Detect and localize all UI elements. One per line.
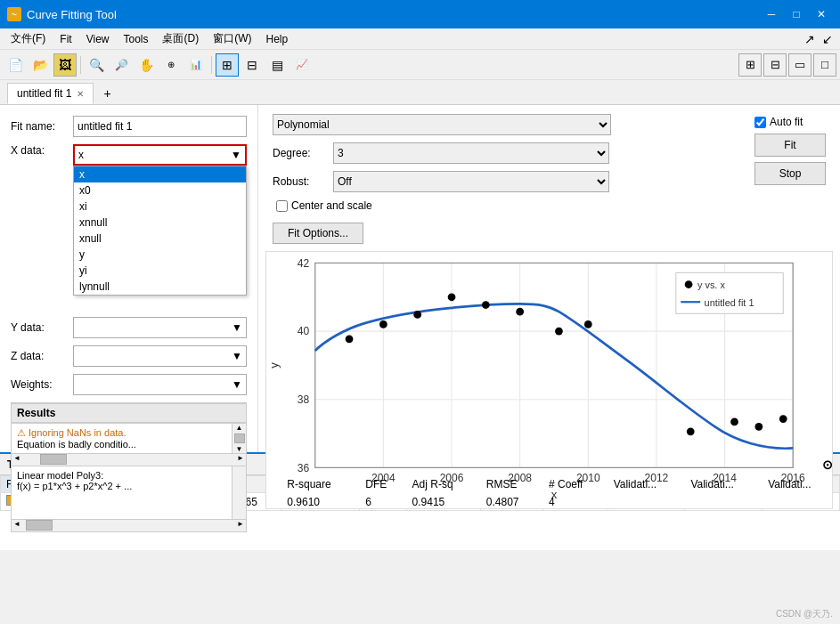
- robust-select[interactable]: Off: [333, 171, 609, 192]
- weights-select[interactable]: ▼: [73, 374, 247, 395]
- results-warning-text: ⚠ Ignoring NaNs in data. Equation is bad…: [11, 423, 232, 454]
- open-button[interactable]: 📂: [29, 53, 52, 77]
- fit-buttons-area: Auto fit Fit Stop: [754, 114, 826, 185]
- x-data-selected[interactable]: x ▼: [73, 144, 247, 166]
- layout-button1[interactable]: ⊞: [738, 53, 762, 77]
- dropdown-item-xi[interactable]: xi: [74, 199, 246, 215]
- horiz-left-arrow[interactable]: ◄: [12, 454, 22, 466]
- fit-button[interactable]: Fit: [754, 134, 826, 157]
- layout-button3[interactable]: ▭: [788, 53, 811, 77]
- center-scale-checkbox[interactable]: [276, 200, 288, 212]
- menu-fit[interactable]: Fit: [53, 31, 78, 47]
- undock-arrow[interactable]: ↙: [819, 32, 836, 46]
- legend-label-1: y vs. x: [697, 280, 726, 290]
- fit-options-button[interactable]: Fit Options...: [273, 223, 363, 244]
- model-line2: f(x) = p1*x^3 + p2*x^2 + ...: [17, 481, 226, 491]
- data-point-2016: [755, 423, 763, 431]
- data-point-2008: [516, 308, 524, 316]
- dock-arrow[interactable]: ↗: [801, 32, 819, 46]
- results-warning-line1: ⚠ Ignoring NaNs in data.: [17, 427, 226, 439]
- z-data-label: Z data:: [11, 350, 73, 362]
- dropdown-item-x[interactable]: x: [74, 166, 246, 182]
- model-horiz-right[interactable]: ►: [235, 520, 246, 531]
- data-point-2009: [555, 328, 563, 336]
- stop-button[interactable]: Stop: [754, 162, 826, 185]
- degree-select[interactable]: 3: [333, 142, 609, 164]
- zoomout-button[interactable]: 🔎: [110, 53, 133, 77]
- model-type-row: Polynomial: [273, 114, 740, 135]
- menu-help[interactable]: Help: [258, 31, 295, 47]
- data-point-2017: [779, 415, 787, 423]
- layout-button2[interactable]: ⊟: [763, 53, 787, 77]
- image-button[interactable]: 🖼: [53, 53, 77, 77]
- layout-button4[interactable]: □: [813, 53, 836, 77]
- horiz-right-arrow[interactable]: ►: [235, 454, 246, 466]
- model-type-select[interactable]: Polynomial: [273, 114, 611, 135]
- minimize-button[interactable]: ─: [760, 5, 783, 23]
- grid1-button[interactable]: ⊞: [216, 53, 239, 77]
- new-button[interactable]: 📄: [4, 53, 27, 77]
- dropdown-item-lynnull[interactable]: lynnull: [74, 279, 246, 295]
- results-warning-line2: Equation is badly conditio...: [17, 439, 226, 450]
- auto-fit-checkbox[interactable]: [754, 117, 766, 128]
- scroll-down-arrow[interactable]: ▼: [236, 445, 243, 453]
- horiz-thumb: [40, 454, 67, 465]
- menu-window[interactable]: 窗口(W): [206, 29, 258, 48]
- data-point-2004: [379, 320, 387, 328]
- degree-label: Degree:: [273, 147, 326, 159]
- pan-button[interactable]: ✋: [135, 53, 158, 77]
- plottools-button[interactable]: ▤: [265, 53, 289, 77]
- close-button[interactable]: ✕: [810, 5, 833, 23]
- results-title: Results: [17, 407, 55, 419]
- model-horiz-left[interactable]: ◄: [12, 520, 22, 531]
- insertdata-button[interactable]: 📊: [184, 53, 208, 77]
- model-horiz-track: [22, 520, 235, 531]
- fit-settings-area: Polynomial Degree: 3 Robust: Off: [258, 105, 840, 215]
- y-axis-label: y: [267, 362, 281, 369]
- dropdown-item-xnnull[interactable]: xnnull: [74, 215, 246, 231]
- table-expand-button[interactable]: ⊙: [822, 458, 833, 472]
- weights-row: Weights: ▼: [11, 374, 247, 395]
- x-data-list[interactable]: x x0 xi xnnull xnull y yi lynnull: [73, 166, 247, 296]
- toolbar: 📄 📂 🖼 🔍 🔎 ✋ ⊕ 📊 ⊞ ⊟ ▤ 📈 ⊞ ⊟ ▭ □: [0, 50, 840, 80]
- tabbar: untitled fit 1 ✕ +: [0, 80, 840, 105]
- fit-name-input[interactable]: [73, 116, 247, 137]
- data-point-2010: [584, 320, 592, 328]
- add-tab-button[interactable]: +: [95, 83, 118, 104]
- datacursor-button[interactable]: ⊕: [159, 53, 183, 77]
- dropdown-item-y[interactable]: y: [74, 247, 246, 263]
- zoomin-button[interactable]: 🔍: [85, 53, 108, 77]
- robust-row: Robust: Off: [273, 171, 740, 192]
- y-data-row: Y data: ▼: [11, 317, 247, 338]
- menu-view[interactable]: View: [79, 31, 117, 47]
- menu-file[interactable]: 文件(F): [4, 29, 53, 48]
- scroll-up-arrow[interactable]: ▲: [236, 424, 243, 432]
- data-point-2013: [687, 427, 695, 435]
- model-horiz-scroll: ◄ ►: [11, 520, 247, 532]
- tab-untitled-fit-1[interactable]: untitled fit 1 ✕: [7, 83, 94, 104]
- grid2-button[interactable]: ⊟: [241, 53, 264, 77]
- maximize-button[interactable]: □: [785, 5, 808, 23]
- right-panel: Polynomial Degree: 3 Robust: Off: [258, 105, 840, 452]
- horiz-track: [22, 454, 235, 466]
- menu-tools[interactable]: Tools: [116, 31, 155, 47]
- center-scale-label: Center and scale: [291, 199, 372, 212]
- sep1: [80, 56, 81, 74]
- results-warning-area: ⚠ Ignoring NaNs in data. Equation is bad…: [11, 423, 247, 454]
- weights-label: Weights:: [11, 378, 73, 391]
- dropdown-item-xnull[interactable]: xnull: [74, 231, 246, 247]
- dropdown-item-yi[interactable]: yi: [74, 263, 246, 279]
- menu-desktop[interactable]: 桌面(D): [155, 29, 206, 48]
- x-data-dropdown[interactable]: x ▼ x x0 xi xnnull xnull y yi lynnull: [73, 144, 247, 166]
- results-header: Results: [11, 403, 247, 423]
- z-data-select[interactable]: ▼: [73, 345, 247, 367]
- watermark: CSDN @天乃.: [776, 608, 833, 620]
- model-horiz-thumb: [26, 520, 53, 531]
- legend-dot: [685, 280, 693, 288]
- tab-close-button[interactable]: ✕: [77, 89, 84, 99]
- chart-button[interactable]: 📈: [290, 53, 314, 77]
- data-point-2007: [482, 301, 490, 309]
- main-area: Fit name: X data: x ▼ x x0 xi xnnull xnu…: [0, 105, 840, 452]
- y-data-select[interactable]: ▼: [73, 317, 247, 338]
- dropdown-item-x0[interactable]: x0: [74, 182, 246, 199]
